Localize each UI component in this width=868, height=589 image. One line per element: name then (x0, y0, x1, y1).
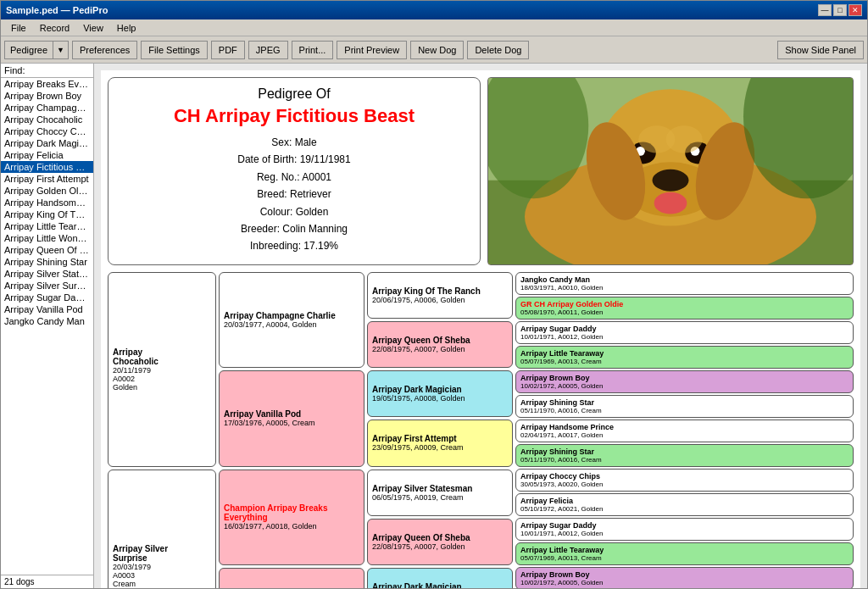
gen4-name-8: Arripay Shining Star (520, 447, 849, 456)
gen4-cell-10[interactable]: Arripay Felicia 05/10/1972, A0021, Golde… (515, 493, 854, 516)
menu-file[interactable]: File (4, 21, 33, 35)
sidebar-item-little-wonder[interactable]: Arripay Little Wonder (1, 232, 93, 244)
sidebar-item-brown-boy[interactable]: Arripay Brown Boy (1, 90, 93, 102)
svg-point-14 (666, 125, 703, 153)
sidebar-item-jangko-candy-man[interactable]: Jangko Candy Man (1, 315, 93, 327)
gen4-name-6: Arripay Shining Star (520, 398, 849, 407)
sidebar-item-champagne-charlie[interactable]: Arripay Champagne Charlie (1, 102, 93, 114)
gen3-sdd-name: Arripay First Attempt (372, 434, 508, 443)
gen1-dam-info: 20/03/1979A0003Cream (113, 563, 211, 588)
gen4-name-2: GR CH Arripay Golden Oldie (520, 300, 849, 308)
sidebar-item-breaks-everything[interactable]: Arripay Breaks Everything (1, 78, 93, 90)
sidebar-item-silver-surprise[interactable]: Arripay Silver Surprise (1, 280, 93, 292)
pedigree-button[interactable]: Pedigree (4, 41, 53, 59)
gen4-cell-3[interactable]: Arripay Sugar Daddy 10/01/1971, A0012, G… (515, 321, 854, 344)
gen3-sdd-cell[interactable]: Arripay First Attempt 23/09/1975, A0009,… (367, 420, 513, 466)
gen4-cell-4[interactable]: Arripay Little Tearaway 05/07/1969, A001… (515, 346, 854, 369)
gen4-name-7: Arripay Handsome Prince (520, 423, 849, 431)
gen4-info-13: 10/02/1972, A0005, Golden (520, 579, 849, 586)
sidebar-list: Arripay Breaks Everything Arripay Brown … (1, 78, 93, 575)
info-box: Pedigree Of CH Arripay Fictitious Beast … (108, 77, 481, 265)
breeder-info: Breeder: Colin Manning (121, 220, 467, 237)
gen4-cell-7[interactable]: Arripay Handsome Prince 02/04/1971, A001… (515, 420, 854, 442)
gen4-cell-8[interactable]: Arripay Shining Star 05/11/1970, A0016, … (515, 444, 854, 467)
gen3-dds-cell[interactable]: Arripay Dark Magician 19/05/1975, A0008,… (367, 568, 513, 588)
sidebar-item-chocaholic[interactable]: Arripay Chocaholic (1, 114, 93, 125)
gen3-dsd-cell[interactable]: Arripay Queen Of Sheba 22/08/1975, A0007… (367, 519, 513, 565)
colour-info: Colour: Golden (121, 203, 467, 220)
sidebar-item-shining-star[interactable]: Arripay Shining Star (1, 256, 93, 268)
top-section: Pedigree Of CH Arripay Fictitious Beast … (108, 77, 854, 265)
title-bar: Sample.ped — PediPro — □ ✕ (1, 1, 867, 19)
gen2-dd-cell[interactable]: Arripay Vanilla Pod 17/03/1976, A0005, C… (219, 568, 364, 588)
gen3-dsd-info: 22/08/1975, A0007, Golden (372, 542, 508, 551)
maximize-button[interactable]: □ (833, 4, 847, 16)
minimize-button[interactable]: — (818, 4, 832, 16)
pedigree-dog-name: CH Arripay Fictitious Beast (121, 105, 467, 127)
delete-dog-button[interactable]: Delete Dog (467, 41, 529, 59)
pedigree-grid: ArripayChocaholic 20/11/1979A0002Golden … (108, 272, 854, 588)
gen4-cell-12[interactable]: Arripay Little Tearaway 05/07/1969, A001… (515, 542, 854, 565)
gen2-ss-cell[interactable]: Arripay Champagne Charlie 20/03/1977, A0… (219, 272, 364, 368)
sidebar-item-little-tearaway[interactable]: Arripay Little Tearaway (1, 220, 93, 232)
gen2-ds-cell[interactable]: Champion Arripay Breaks Everything 16/03… (219, 470, 364, 565)
gen3-dss-cell[interactable]: Arripay Silver Statesman 06/05/1975, A00… (367, 470, 513, 516)
gen3-sss-cell[interactable]: Arripay King Of The Ranch 20/06/1975, A0… (367, 272, 513, 319)
new-dog-button[interactable]: New Dog (410, 41, 464, 59)
gen4-cell-5[interactable]: Arripay Brown Boy 10/02/1972, A0005, Gol… (515, 370, 854, 393)
gen3-dsd-name: Arripay Queen Of Sheba (372, 533, 508, 542)
close-button[interactable]: ✕ (849, 4, 862, 16)
gen2-sd-name: Arripay Vanilla Pod (224, 409, 359, 419)
menu-record[interactable]: Record (33, 21, 76, 35)
gen4-info-2: 05/08/1970, A0011, Golden (520, 308, 849, 316)
menu-help[interactable]: Help (110, 21, 143, 35)
show-panel-button[interactable]: Show Side Panel (777, 41, 864, 59)
menu-view[interactable]: View (76, 21, 110, 35)
svg-point-5 (653, 169, 689, 192)
gen4-info-12: 05/07/1969, A0013, Cream (520, 554, 849, 562)
gen4-name-9: Arripay Choccy Chips (520, 472, 849, 481)
sidebar-item-dark-magician[interactable]: Arripay Dark Magician (1, 137, 93, 149)
gen1-dam-cell[interactable]: Arripay SilverSurprise 20/03/1979A0003Cr… (108, 470, 216, 589)
gen4-cell-13[interactable]: Arripay Brown Boy 10/02/1972, A0005, Gol… (515, 567, 854, 588)
jpeg-button[interactable]: JPEG (248, 41, 288, 59)
gen3-sss-info: 20/06/1975, A0006, Golden (372, 296, 508, 304)
svg-point-12 (654, 192, 687, 214)
pedigree-arrow-button[interactable]: ▼ (53, 41, 69, 59)
gen4-name-1: Jangko Candy Man (520, 275, 849, 284)
preferences-button[interactable]: Preferences (72, 41, 137, 59)
sidebar: Find: Arripay Breaks Everything Arripay … (1, 64, 94, 588)
sidebar-item-queen-of-sheba[interactable]: Arripay Queen Of Sheba (1, 244, 93, 256)
sidebar-item-king-of-ranch[interactable]: Arripay King Of The Ranch (1, 208, 93, 220)
gen4-info-10: 05/10/1972, A0021, Golden (520, 505, 849, 513)
sidebar-item-felicia[interactable]: Arripay Felicia (1, 149, 93, 161)
sidebar-item-choccy-chips[interactable]: Arripay Choccy Chips (1, 125, 93, 137)
gen4-info-8: 05/11/1970, A0016, Cream (520, 456, 849, 464)
sidebar-item-first-attempt[interactable]: Arripay First Attempt (1, 173, 93, 185)
gen3-ssd-cell[interactable]: Arripay Queen Of Sheba 22/08/1975, A0007… (367, 321, 513, 368)
gen3-ssd-name: Arripay Queen Of Sheba (372, 336, 508, 345)
print-button[interactable]: Print... (292, 41, 334, 59)
gen4-name-3: Arripay Sugar Daddy (520, 325, 849, 333)
gen2-sd-cell[interactable]: Arripay Vanilla Pod 17/03/1976, A0005, C… (219, 370, 364, 466)
gen4-name-10: Arripay Felicia (520, 497, 849, 505)
gen3-dds-name: Arripay Dark Magician (372, 582, 508, 588)
gen1-sire-cell[interactable]: ArripayChocaholic 20/11/1979A0002Golden (108, 272, 216, 467)
pdf-button[interactable]: PDF (211, 41, 245, 59)
sidebar-item-silver-statesman[interactable]: Arripay Silver Statesman (1, 268, 93, 280)
sidebar-item-fictitious-beast[interactable]: Arripay Fictitious Beast (1, 161, 93, 173)
file-settings-button[interactable]: File Settings (141, 41, 208, 59)
sidebar-item-sugar-daddy[interactable]: Arripay Sugar Daddy (1, 292, 93, 303)
print-preview-button[interactable]: Print Preview (337, 41, 407, 59)
sidebar-item-vanilla-pod[interactable]: Arripay Vanilla Pod (1, 303, 93, 315)
gen3-sds-cell[interactable]: Arripay Dark Magician 19/05/1975, A0008,… (367, 370, 513, 417)
sidebar-item-handsome-prince[interactable]: Arripay Handsome Prince (1, 197, 93, 208)
gen4-cell-1[interactable]: Jangko Candy Man 18/03/1971, A0010, Gold… (515, 272, 854, 295)
gen4-cell-9[interactable]: Arripay Choccy Chips 30/05/1973, A0020, … (515, 469, 854, 492)
gen4-cell-6[interactable]: Arripay Shining Star 05/11/1970, A0016, … (515, 395, 854, 418)
sidebar-item-golden-oldie[interactable]: Arripay Golden Oldie (1, 185, 93, 197)
gen4-cell-2[interactable]: GR CH Arripay Golden Oldie 05/08/1970, A… (515, 297, 854, 320)
gen4-column: Jangko Candy Man 18/03/1971, A0010, Gold… (515, 272, 854, 588)
pedigree-area[interactable]: Pedigree Of CH Arripay Fictitious Beast … (94, 64, 867, 588)
gen4-cell-11[interactable]: Arripay Sugar Daddy 10/01/1971, A0012, G… (515, 518, 854, 541)
